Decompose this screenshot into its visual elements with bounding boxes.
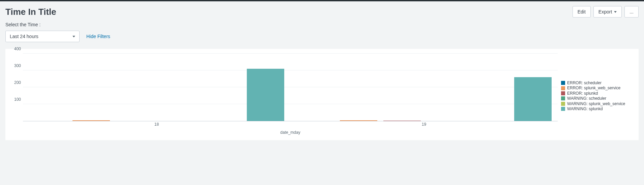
legend-label: WARNING: scheduler xyxy=(567,96,606,101)
chart-legend-item[interactable]: ERROR: splunkd xyxy=(561,91,635,96)
chart-plot-area: 100200300400 xyxy=(23,54,558,121)
chart-legend-item[interactable]: WARNING: scheduler xyxy=(561,96,635,101)
chart-bar[interactable] xyxy=(340,120,377,121)
title-block: Time In Title xyxy=(5,6,56,19)
edit-button-label: Edit xyxy=(578,9,586,14)
chart-x-axis: 1819 xyxy=(23,121,558,127)
chart-category-group xyxy=(23,54,290,121)
caret-down-icon xyxy=(614,11,617,13)
chart-legend-item[interactable]: ERROR: scheduler xyxy=(561,81,635,85)
legend-swatch-icon xyxy=(561,107,565,111)
chart-x-axis-label: date_mday xyxy=(23,130,558,135)
legend-swatch-icon xyxy=(561,86,565,90)
chart-panel: 100200300400 1819 date_mday ERROR: sched… xyxy=(5,49,639,140)
legend-swatch-icon xyxy=(561,96,565,100)
legend-label: WARNING: splunkd xyxy=(567,106,603,111)
legend-label: ERROR: splunkd xyxy=(567,91,598,96)
chart-bar[interactable] xyxy=(72,120,110,121)
chart-y-tick-label: 400 xyxy=(9,47,21,51)
chart-y-tick-label: 100 xyxy=(9,97,21,102)
chart-bar[interactable] xyxy=(514,77,552,121)
export-button[interactable]: Export xyxy=(593,6,622,18)
chart-main: 100200300400 1819 date_mday xyxy=(9,54,558,135)
chart-x-tick-label: 18 xyxy=(154,122,159,127)
chart-bar[interactable] xyxy=(247,69,284,121)
chart-legend-item[interactable]: WARNING: splunkd xyxy=(561,106,635,111)
filters-row: Last 24 hours Hide Filters xyxy=(5,31,639,42)
time-range-picker[interactable]: Last 24 hours xyxy=(5,31,80,42)
legend-swatch-icon xyxy=(561,91,565,95)
legend-label: ERROR: scheduler xyxy=(567,81,602,85)
caret-down-icon xyxy=(72,36,75,37)
chart-legend-item[interactable]: ERROR: splunk_web_service xyxy=(561,86,635,90)
chart-x-tick-label: 19 xyxy=(422,122,426,127)
chart-bar[interactable] xyxy=(383,121,421,121)
dashboard-page: Time In Title Edit Export ... Select the… xyxy=(0,1,644,154)
chart-y-tick-label: 200 xyxy=(9,80,21,85)
more-actions-button[interactable]: ... xyxy=(624,6,639,18)
export-button-label: Export xyxy=(598,9,612,14)
edit-button[interactable]: Edit xyxy=(573,6,591,18)
legend-label: WARNING: splunk_web_service xyxy=(567,101,625,106)
header-row: Time In Title Edit Export ... xyxy=(5,6,639,19)
page-title: Time In Title xyxy=(5,7,56,17)
time-range-value: Last 24 hours xyxy=(10,34,38,39)
chart-y-tick-label: 300 xyxy=(9,63,21,68)
chart-category-group xyxy=(290,54,558,121)
chart-legend-item[interactable]: WARNING: splunk_web_service xyxy=(561,101,635,106)
time-filter-label: Select the Time : xyxy=(5,22,639,27)
legend-label: ERROR: splunk_web_service xyxy=(567,86,620,90)
chart-wrap: 100200300400 1819 date_mday ERROR: sched… xyxy=(9,54,635,135)
more-actions-label: ... xyxy=(630,9,634,14)
legend-swatch-icon xyxy=(561,102,565,106)
chart-legend: ERROR: schedulerERROR: splunk_web_servic… xyxy=(558,54,635,112)
legend-swatch-icon xyxy=(561,81,565,85)
hide-filters-link[interactable]: Hide Filters xyxy=(86,34,110,39)
header-actions: Edit Export ... xyxy=(573,6,639,18)
